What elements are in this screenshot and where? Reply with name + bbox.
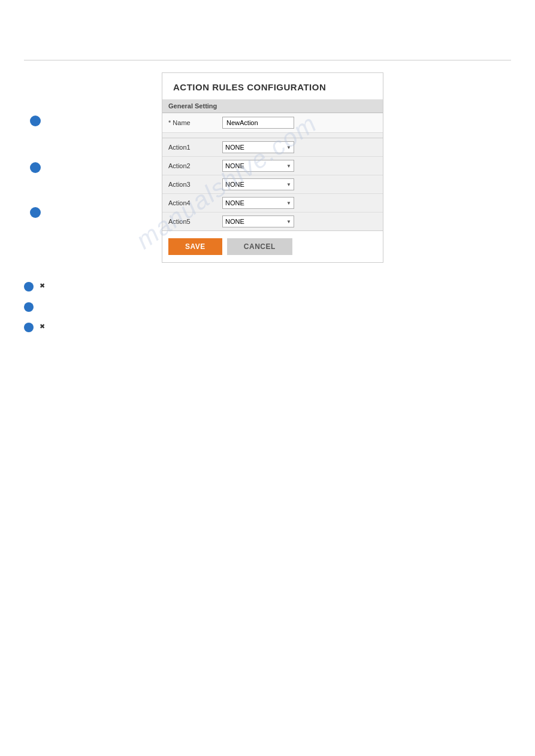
bullet-dot-2 <box>24 302 34 312</box>
action2-select[interactable]: NONE <box>222 160 294 172</box>
bullet-text-3: ✖ <box>40 321 45 332</box>
general-setting-header: General Setting <box>162 99 383 113</box>
annotation-area <box>24 72 162 263</box>
action-row-5: Action5 NONE <box>162 212 383 230</box>
action1-select-wrapper: NONE <box>222 141 294 153</box>
action3-label: Action3 <box>168 181 222 188</box>
inner-divider <box>162 133 383 138</box>
action4-label: Action4 <box>168 199 222 207</box>
save-button[interactable]: SAVE <box>168 238 222 255</box>
top-divider <box>24 60 511 60</box>
bullet-icon-1: ✖ <box>40 282 45 289</box>
below-panel-area: ✖ ✖ <box>0 281 535 332</box>
action-row-4: Action4 NONE <box>162 194 383 212</box>
action3-select[interactable]: NONE <box>222 178 294 190</box>
action3-select-wrapper: NONE <box>222 178 294 190</box>
action-row-2: Action2 NONE <box>162 157 383 175</box>
action1-label: Action1 <box>168 144 222 151</box>
name-input[interactable] <box>222 117 294 129</box>
bullet-dot-3 <box>24 323 34 332</box>
action-row-1: Action1 NONE <box>162 138 383 157</box>
panel-title: ACTION RULES CONFIGURATION <box>162 73 383 99</box>
action1-select[interactable]: NONE <box>222 141 294 153</box>
action-rows-container: Action1 NONE Action2 NONE <box>162 138 383 231</box>
action5-label: Action5 <box>168 218 222 225</box>
main-content: ACTION RULES CONFIGURATION General Setti… <box>0 72 535 263</box>
bullet-dot-1 <box>24 282 34 292</box>
page-container: ACTION RULES CONFIGURATION General Setti… <box>0 0 535 756</box>
annotation-dot-3 <box>30 207 41 218</box>
annotation-dot-2 <box>30 162 41 173</box>
bullet-text-1: ✖ <box>40 281 45 291</box>
action2-label: Action2 <box>168 162 222 169</box>
button-row: SAVE CANCEL <box>162 231 383 262</box>
bullet-section-3: ✖ <box>24 321 511 332</box>
action-row-3: Action3 NONE <box>162 175 383 194</box>
action4-select[interactable]: NONE <box>222 197 294 209</box>
bullet-section-2 <box>24 301 511 312</box>
annotation-dot-1 <box>30 116 41 126</box>
action4-select-wrapper: NONE <box>222 197 294 209</box>
bullet-icon-3: ✖ <box>40 323 45 330</box>
cancel-button[interactable]: CANCEL <box>227 238 292 255</box>
action5-select-wrapper: NONE <box>222 215 294 227</box>
name-row: * Name <box>162 113 383 133</box>
name-label: * Name <box>168 119 222 126</box>
bullet-section-1: ✖ <box>24 281 511 292</box>
action2-select-wrapper: NONE <box>222 160 294 172</box>
action5-select[interactable]: NONE <box>222 215 294 227</box>
config-panel: ACTION RULES CONFIGURATION General Setti… <box>162 72 383 263</box>
